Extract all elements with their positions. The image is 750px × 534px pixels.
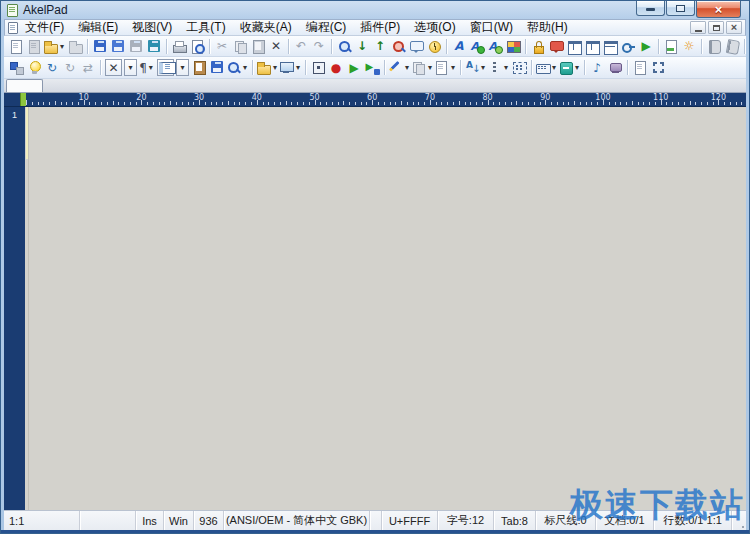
snippets-button[interactable]: ▾ — [411, 59, 434, 77]
read-only-button[interactable] — [529, 37, 547, 55]
undo-button[interactable]: ↶ — [292, 37, 310, 55]
menu-plugins[interactable]: 插件(P) — [353, 20, 407, 35]
find-next-button[interactable]: ↓ — [353, 37, 371, 55]
plugins-manager-button[interactable] — [7, 59, 25, 77]
mdi-close-button[interactable]: × — [726, 21, 742, 34]
minimize-button[interactable] — [636, 1, 665, 16]
paste-button[interactable] — [249, 37, 267, 55]
highlight-color-button[interactable]: ▾ — [558, 59, 581, 77]
clipboard-monitor-button[interactable] — [190, 59, 208, 77]
sessions-button[interactable] — [510, 59, 528, 77]
find-button[interactable] — [335, 37, 353, 55]
explorer-panel-button[interactable]: ▾ — [256, 59, 279, 77]
window-list-button[interactable]: ▾ — [279, 59, 302, 77]
status-encoding[interactable]: (ANSI/OEM - 简体中文 GBK) — [224, 511, 370, 530]
menu-help[interactable]: 帮助(H) — [520, 20, 575, 35]
go-to-button[interactable] — [407, 37, 425, 55]
close-button[interactable]: × — [696, 1, 741, 18]
status-caret-position[interactable]: 1:1 — [4, 511, 80, 530]
document-tab[interactable] — [6, 79, 43, 92]
scripts-button[interactable]: ▾ — [388, 59, 411, 77]
zoom-button[interactable]: ▾ — [226, 59, 249, 77]
menu-tools[interactable]: 工具(T) — [179, 20, 232, 35]
status-tab-size[interactable]: Tab:8 — [494, 511, 536, 530]
menu-edit[interactable]: 编辑(E) — [71, 20, 125, 35]
save-button[interactable] — [91, 37, 109, 55]
status-font-size[interactable]: 字号:12 — [438, 511, 494, 530]
new-window-button[interactable] — [25, 37, 43, 55]
word-wrap-dropdown[interactable]: ▾ — [124, 59, 137, 76]
mdi-restore-button[interactable] — [708, 21, 724, 34]
print-button[interactable] — [170, 37, 188, 55]
mdi-minimize-button[interactable] — [690, 21, 706, 34]
menu-options[interactable]: 选项(O) — [407, 20, 462, 35]
status-newline-format[interactable]: Win — [164, 511, 194, 530]
help-contents-button[interactable] — [705, 37, 723, 55]
menu-favorites[interactable]: 收藏夹(A) — [233, 20, 299, 35]
color-picker-button[interactable] — [606, 59, 624, 77]
editor-area[interactable]: 1 — [4, 107, 746, 510]
status-codepage[interactable]: 936 — [194, 511, 224, 530]
full-screen-button[interactable] — [649, 59, 667, 77]
special-symbols-button[interactable]: ▾ — [487, 59, 510, 77]
find-previous-button[interactable]: ↑ — [371, 37, 389, 55]
status-ruler-line[interactable]: 标尺线:0 — [536, 511, 596, 530]
menu-file[interactable]: 文件(F) — [18, 20, 71, 35]
save-as-button[interactable] — [109, 37, 127, 55]
status-documents[interactable]: 文档:0/1 — [596, 511, 654, 530]
statistics-button[interactable] — [662, 37, 680, 55]
copy-button[interactable] — [231, 37, 249, 55]
syntax-highlight-button[interactable] — [25, 59, 43, 77]
status-line-count[interactable]: 行数:0/1 1:1 — [654, 511, 732, 530]
templates-button[interactable]: ▾ — [434, 59, 457, 77]
auto-save-button[interactable] — [208, 59, 226, 77]
view-mode-button[interactable] — [157, 59, 174, 76]
status-unicode-char[interactable]: U+FFFF — [382, 511, 438, 530]
reopen-file-button[interactable] — [66, 37, 84, 55]
recent-files-button[interactable] — [425, 37, 443, 55]
font-button[interactable]: A — [450, 37, 468, 55]
title-bar[interactable]: AkelPad × — [1, 1, 749, 19]
macro-stop-button[interactable] — [309, 59, 327, 77]
delete-button[interactable]: ✕ — [267, 37, 285, 55]
show-invisibles-button[interactable]: ¶▾ — [138, 59, 156, 77]
send-note-button[interactable] — [547, 37, 565, 55]
maximize-button[interactable] — [666, 1, 695, 16]
menu-view[interactable]: 视图(V) — [125, 20, 179, 35]
document-icon[interactable] — [8, 22, 18, 34]
settings-button[interactable]: ☼ — [680, 37, 698, 55]
sort-lines-button[interactable]: ▾ — [464, 59, 487, 77]
execute-button[interactable]: ▶ — [637, 37, 655, 55]
save-copy-button[interactable] — [145, 37, 163, 55]
about-button[interactable] — [723, 37, 741, 55]
color-scheme-button[interactable] — [504, 37, 522, 55]
macro-play-save-button[interactable] — [363, 59, 381, 77]
macro-record-button[interactable]: ● — [327, 59, 345, 77]
new-file-button[interactable] — [7, 37, 25, 55]
sounds-button[interactable]: ♪ — [588, 59, 606, 77]
app-icon[interactable] — [7, 4, 18, 17]
refresh-links-button[interactable]: ↻ — [43, 59, 61, 77]
font-increase-button[interactable] — [468, 37, 486, 55]
save-all-button[interactable] — [127, 37, 145, 55]
keyboard-layout-button[interactable]: ▾ — [535, 59, 558, 77]
word-wrap-button[interactable]: ✕ — [105, 59, 122, 76]
menu-coder[interactable]: 编程(C) — [299, 20, 354, 35]
macro-play-button[interactable]: ▶ — [345, 59, 363, 77]
line-number-gutter[interactable]: 1 — [4, 107, 25, 510]
menu-window[interactable]: 窗口(W) — [463, 20, 520, 35]
status-insert-mode[interactable]: Ins — [136, 511, 164, 530]
split-window-4-button[interactable] — [565, 37, 583, 55]
cut-button[interactable]: ✂ — [213, 37, 231, 55]
font-decrease-button[interactable] — [486, 37, 504, 55]
split-window-vertical-button[interactable] — [583, 37, 601, 55]
system-key-button[interactable] — [619, 37, 637, 55]
view-mode-dropdown[interactable]: ▾ — [176, 59, 189, 76]
refresh-all-button[interactable]: ↻ — [61, 59, 79, 77]
ruler[interactable]: 102030405060708090100110120 — [4, 93, 746, 107]
exchange-button[interactable]: ⇄ — [79, 59, 97, 77]
resize-grip[interactable] — [732, 511, 746, 530]
replace-button[interactable] — [389, 37, 407, 55]
new-instance-button[interactable] — [631, 59, 649, 77]
print-preview-button[interactable] — [188, 37, 206, 55]
